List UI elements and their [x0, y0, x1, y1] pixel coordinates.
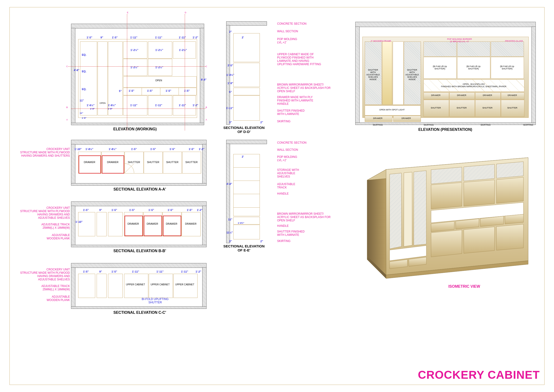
svg-marker-8 — [431, 167, 462, 184]
svg-marker-12 — [464, 180, 495, 206]
svg-marker-13 — [496, 177, 523, 203]
svg-marker-19 — [431, 230, 462, 257]
note-aa: CROCKERY UNIT STRUCTURE MADE WITH PLYWOO… — [8, 147, 70, 157]
sheet-title: CROCKERY CABINET — [418, 368, 540, 381]
svg-marker-11 — [431, 182, 462, 209]
svg-marker-20 — [464, 227, 495, 253]
svg-marker-5 — [390, 173, 402, 249]
elevation-working-title: ELEVATION (WORKING) — [102, 127, 168, 131]
svg-marker-6 — [404, 172, 412, 246]
svg-marker-9 — [464, 164, 495, 181]
svg-marker-18 — [505, 214, 523, 224]
svg-marker-21 — [496, 224, 523, 250]
svg-marker-7 — [414, 171, 426, 245]
svg-marker-10 — [496, 162, 523, 178]
